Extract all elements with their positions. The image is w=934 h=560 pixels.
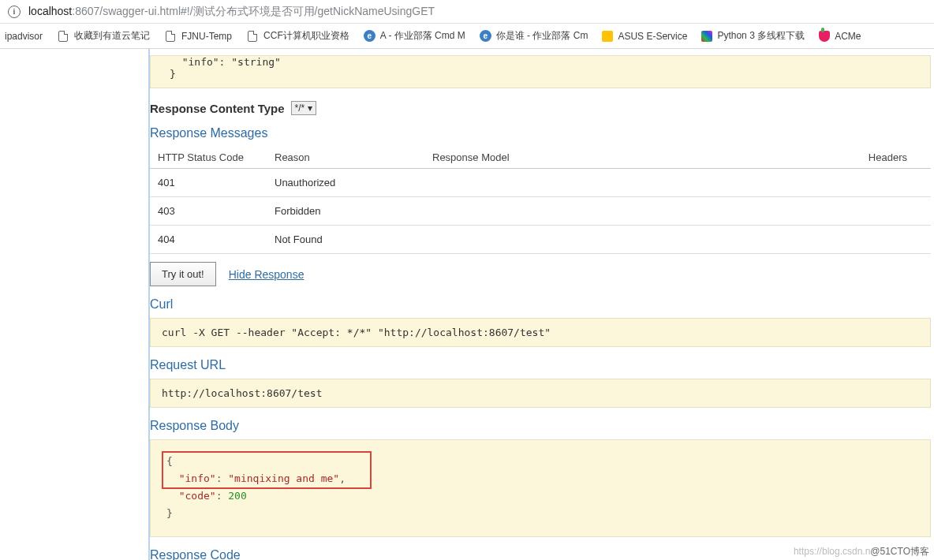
bookmark-label: ASUS E-Service	[618, 31, 687, 42]
curl-title: Curl	[150, 297, 931, 312]
response-messages-table: HTTP Status Code Reason Response Model H…	[150, 147, 931, 254]
bookmark-item[interactable]: CCF计算机职业资格	[246, 29, 349, 43]
url-text: localhost:8607/swagger-ui.html#!/测试分布式环境…	[28, 5, 435, 19]
bookmark-item[interactable]: ipadvisor	[5, 31, 43, 42]
headers-cell	[712, 169, 931, 197]
colorful-icon	[701, 31, 712, 42]
watermark: https://blog.csdn.n@51CTO博客	[794, 545, 929, 558]
bookmark-item[interactable]: e你是谁 - 作业部落 Cm	[480, 29, 588, 43]
folder-icon	[602, 31, 613, 42]
col-response-model: Response Model	[426, 147, 712, 169]
url-host: localhost	[28, 5, 72, 17]
file-icon	[246, 30, 259, 43]
table-row: 401Unauthorized	[150, 169, 931, 197]
table-row: 404Not Found	[150, 226, 931, 254]
reason-cell: Forbidden	[268, 197, 426, 226]
curl-block: curl -X GET --header "Accept: */*" "http…	[150, 318, 931, 347]
bookmark-label: FJNU-Temp	[181, 31, 232, 42]
pin-icon	[819, 31, 830, 42]
request-url-block: http://localhost:8607/test	[150, 379, 931, 408]
address-bar[interactable]: i localhost:8607/swagger-ui.html#!/测试分布式…	[0, 0, 934, 24]
bookmark-item[interactable]: ASUS E-Service	[602, 31, 687, 42]
bookmark-item[interactable]: ACMe	[819, 31, 861, 42]
circle-icon: e	[364, 30, 375, 42]
col-reason: Reason	[268, 147, 426, 169]
reason-cell: Not Found	[268, 226, 426, 254]
bookmark-label: CCF计算机职业资格	[263, 29, 349, 43]
table-row: 403Forbidden	[150, 197, 931, 226]
json-open: {	[166, 453, 914, 470]
bookmark-item[interactable]: eA - 作业部落 Cmd M	[364, 29, 465, 43]
request-url-title: Request URL	[150, 358, 931, 372]
headers-cell	[712, 197, 931, 226]
status-code-cell: 404	[150, 226, 268, 254]
response-body-block: { "info": "minqixing and me", "code": 20…	[150, 439, 931, 537]
status-code-cell: 403	[150, 197, 268, 226]
col-status-code: HTTP Status Code	[150, 147, 268, 169]
info-icon[interactable]: i	[8, 6, 21, 18]
json-line-code: "code": 200	[166, 487, 914, 505]
status-code-cell: 401	[150, 169, 268, 197]
model-cell	[426, 197, 712, 226]
reason-cell: Unauthorized	[268, 169, 426, 197]
file-icon	[164, 30, 177, 43]
json-close: }	[166, 505, 914, 522]
swagger-operation-panel: "info": "string" } Response Content Type…	[148, 49, 934, 560]
bookmark-item[interactable]: Python 3 多线程下载	[701, 29, 805, 43]
model-cell	[426, 169, 712, 197]
col-headers: Headers	[712, 147, 931, 169]
bookmark-bar: ipadvisor收藏到有道云笔记FJNU-TempCCF计算机职业资格eA -…	[0, 24, 934, 49]
hide-response-link[interactable]: Hide Response	[229, 268, 304, 281]
bookmark-label: 收藏到有道云笔记	[74, 29, 150, 43]
try-it-out-button[interactable]: Try it out!	[150, 262, 216, 286]
model-schema-snippet: "info": "string" }	[150, 55, 931, 88]
response-content-type-row: Response Content Type */* ▾	[150, 101, 931, 115]
bookmark-label: ACMe	[835, 31, 861, 42]
bookmark-item[interactable]: 收藏到有道云笔记	[57, 29, 150, 43]
response-content-type-label: Response Content Type	[150, 102, 285, 115]
url-path: :8607/swagger-ui.html#!/测试分布式环境是否可用/getN…	[72, 5, 435, 17]
file-icon	[57, 30, 69, 43]
model-cell	[426, 226, 712, 254]
response-messages-title: Response Messages	[150, 126, 931, 140]
bookmark-label: ipadvisor	[5, 31, 43, 42]
json-line-info: "info": "minqixing and me",	[166, 470, 914, 487]
headers-cell	[712, 226, 931, 254]
response-body-title: Response Body	[150, 419, 931, 433]
bookmark-label: 你是谁 - 作业部落 Cm	[496, 29, 588, 43]
bookmark-label: Python 3 多线程下载	[717, 29, 805, 43]
circle-icon: e	[480, 30, 491, 42]
bookmark-item[interactable]: FJNU-Temp	[164, 30, 232, 43]
bookmark-label: A - 作业部落 Cmd M	[380, 29, 465, 43]
response-content-type-select[interactable]: */* ▾	[291, 101, 316, 115]
actions-row: Try it out! Hide Response	[150, 262, 931, 286]
